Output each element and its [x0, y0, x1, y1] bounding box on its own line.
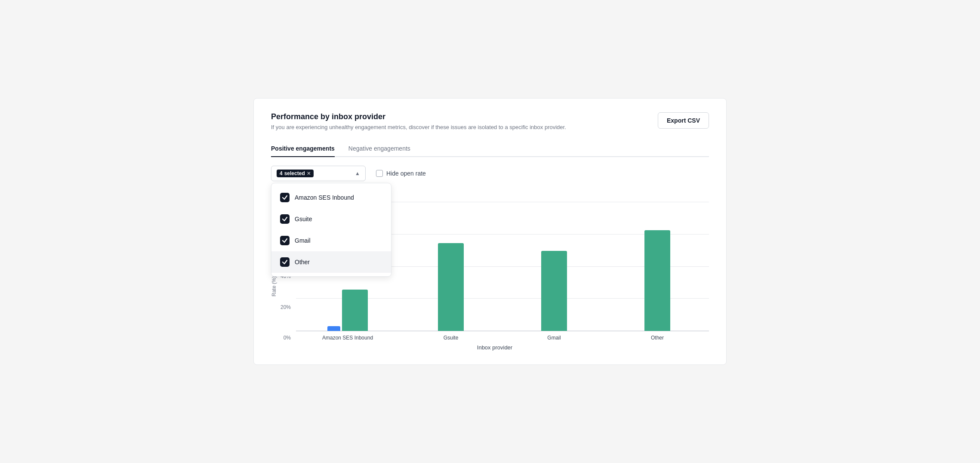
selected-label: selected	[284, 170, 305, 176]
checkbox-gmail	[280, 236, 290, 245]
page-title: Performance by inbox provider	[271, 112, 566, 121]
x-label-amazon-ses: Amazon SES Inbound	[296, 335, 399, 341]
selected-count: 4	[280, 170, 283, 176]
tab-negative-engagements[interactable]: Negative engagements	[348, 141, 410, 157]
x-label-gmail: Gmail	[502, 335, 606, 341]
dropdown-trigger-left: 4 selected ✕	[277, 170, 314, 177]
header-text: Performance by inbox provider If you are…	[271, 112, 566, 130]
dropdown-item-gsuite[interactable]: Gsuite	[271, 208, 391, 230]
y-label-0: 0%	[284, 335, 291, 341]
x-labels: Amazon SES Inbound Gsuite Gmail Other	[296, 335, 709, 341]
bar-green-amazon-ses	[342, 290, 368, 331]
dropdown-item-amazon-ses[interactable]: Amazon SES Inbound	[271, 187, 391, 208]
dropdown-item-gmail[interactable]: Gmail	[271, 230, 391, 251]
dropdown-menu: Amazon SES Inbound Gsuite	[271, 183, 391, 277]
bar-group-gsuite	[399, 202, 502, 331]
dropdown-item-label-amazon-ses: Amazon SES Inbound	[295, 194, 354, 201]
header-row: Performance by inbox provider If you are…	[271, 112, 709, 130]
hide-open-rate-text: Hide open rate	[386, 170, 426, 177]
checkbox-other	[280, 257, 290, 267]
controls-row: 4 selected ✕ ▲ Amazon SES Inbound	[271, 166, 709, 181]
provider-filter-dropdown[interactable]: 4 selected ✕ ▲	[271, 166, 366, 181]
checkbox-gsuite	[280, 214, 290, 224]
dropdown-item-label-other: Other	[295, 259, 310, 265]
clear-selection-icon[interactable]: ✕	[307, 171, 311, 176]
y-label-20: 20%	[280, 304, 291, 310]
page-subtitle: If you are experiencing unhealthy engage…	[271, 124, 566, 130]
chevron-up-icon: ▲	[355, 170, 360, 176]
x-axis-line	[296, 331, 709, 331]
selected-badge: 4 selected ✕	[277, 170, 314, 177]
bar-blue-amazon-ses	[327, 326, 340, 331]
main-card: Performance by inbox provider If you are…	[253, 98, 727, 365]
bar-green-gmail	[541, 251, 567, 331]
x-axis-title: Inbox provider	[280, 344, 709, 351]
x-label-other: Other	[606, 335, 709, 341]
bar-group-other	[606, 202, 709, 331]
tabs-row: Positive engagements Negative engagement…	[271, 141, 709, 157]
hide-open-rate-label[interactable]: Hide open rate	[376, 170, 426, 177]
dropdown-item-label-gmail: Gmail	[295, 237, 311, 244]
export-csv-button[interactable]: Export CSV	[658, 112, 709, 129]
checkbox-amazon-ses	[280, 193, 290, 202]
x-label-gsuite: Gsuite	[399, 335, 502, 341]
bar-group-gmail	[502, 202, 606, 331]
bar-green-gsuite	[438, 243, 464, 331]
dropdown-item-other[interactable]: Other	[271, 251, 391, 273]
dropdown-item-label-gsuite: Gsuite	[295, 216, 312, 222]
provider-filter-container: 4 selected ✕ ▲ Amazon SES Inbound	[271, 166, 366, 181]
tab-positive-engagements[interactable]: Positive engagements	[271, 141, 335, 157]
bar-green-other	[644, 230, 670, 331]
hide-open-rate-checkbox[interactable]	[376, 170, 383, 177]
